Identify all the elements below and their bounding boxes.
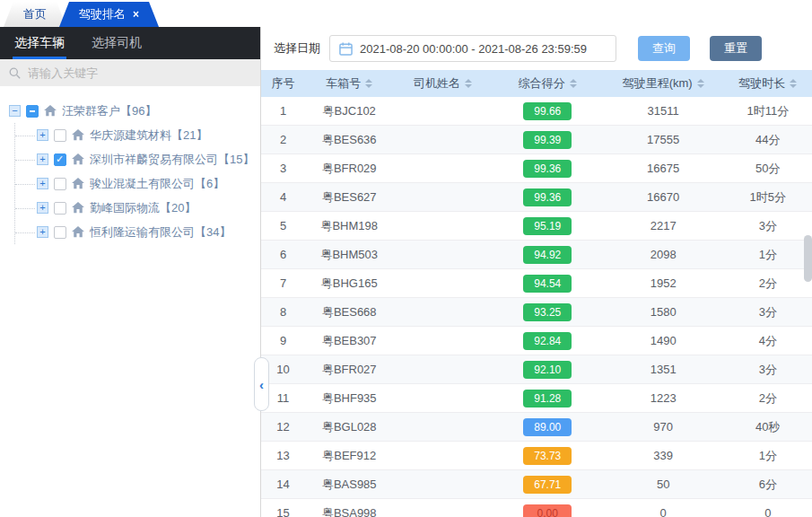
sidebar-tabs: 选择车辆 选择司机 <box>0 27 260 59</box>
cell-score: 92.10 <box>493 361 603 379</box>
expand-toggle-icon[interactable]: + <box>37 178 48 189</box>
vertical-scrollbar-thumb[interactable] <box>804 235 812 282</box>
cell-mileage: 2217 <box>603 219 724 232</box>
cell-plate: 粤BES636 <box>305 132 393 148</box>
table-row: 13 粤BEF912 73.73 339 1分 <box>261 442 812 470</box>
cell-plate: 粤BHM503 <box>305 247 393 263</box>
search-input[interactable] <box>26 66 251 81</box>
column-header[interactable]: 司机姓名 <box>393 75 493 92</box>
column-header[interactable]: 驾驶时长 <box>724 75 812 92</box>
cell-index: 8 <box>261 305 305 319</box>
cell-duration: 2分 <box>724 276 812 292</box>
score-badge: 92.84 <box>523 332 572 350</box>
tab-select-vehicle[interactable]: 选择车辆 <box>13 27 66 59</box>
score-badge: 94.54 <box>523 275 572 293</box>
collapse-toggle-icon[interactable]: − <box>9 105 21 117</box>
table-row: 7 粤BHG165 94.54 1952 2分 <box>261 269 812 298</box>
keyword-search-bar <box>0 59 260 86</box>
cell-index: 14 <box>261 478 305 491</box>
sort-icon[interactable] <box>365 79 372 88</box>
tree-item-label[interactable]: 恒利隆运输有限公司【34】 <box>90 224 231 241</box>
cell-plate: 粤BES668 <box>305 304 393 320</box>
score-badge: 91.28 <box>523 390 572 407</box>
tree-item: + 深圳市祥麟贸易有限公司【15】 <box>15 147 253 171</box>
cell-index: 15 <box>261 506 305 517</box>
cell-index: 7 <box>261 276 305 290</box>
checkbox[interactable] <box>54 226 66 239</box>
score-badge: 94.92 <box>523 246 572 264</box>
checkbox[interactable] <box>54 153 66 166</box>
cell-score: 99.66 <box>493 102 603 120</box>
tree-item: + 华庆源建筑材料【21】 <box>15 123 253 147</box>
sort-icon[interactable] <box>697 79 704 88</box>
checkbox[interactable] <box>54 202 66 215</box>
home-icon <box>44 105 57 117</box>
score-badge: 93.25 <box>523 303 572 321</box>
query-toolbar: 选择日期 2021-08-20 00:00:00 - 2021-08-26 23… <box>261 27 812 70</box>
reset-button[interactable]: 重置 <box>710 36 762 61</box>
expand-toggle-icon[interactable]: + <box>37 153 48 165</box>
column-header[interactable]: 综合得分 <box>493 75 603 92</box>
checkbox[interactable] <box>26 105 39 118</box>
cell-duration: 40秒 <box>724 419 812 435</box>
cell-plate: 粤BHM198 <box>305 218 393 234</box>
cell-duration: 1时5分 <box>724 189 812 206</box>
cell-plate: 粤BAS985 <box>305 477 393 493</box>
query-button[interactable]: 查询 <box>638 36 690 61</box>
column-header[interactable]: 驾驶里程(km) <box>603 75 724 92</box>
cell-plate: 粤BEB307 <box>305 333 393 349</box>
tab-driving-ranking-label: 驾驶排名 <box>79 2 126 27</box>
expand-toggle-icon[interactable]: + <box>37 226 48 238</box>
table-row: 11 粤BHF935 91.28 1223 2分 <box>261 384 812 413</box>
tab-driving-ranking[interactable]: 驾驶排名 × <box>59 2 159 27</box>
window-tab-bar: 首页 驾驶排名 × <box>0 0 812 27</box>
cell-mileage: 1952 <box>603 276 724 290</box>
cell-mileage: 970 <box>603 420 724 434</box>
column-header-label: 序号 <box>272 75 295 92</box>
table-row: 5 粤BHM198 95.19 2217 3分 <box>261 212 812 241</box>
cell-score: 94.92 <box>493 246 603 264</box>
cell-duration: 6分 <box>724 477 812 493</box>
home-icon <box>72 226 84 238</box>
score-badge: 89.00 <box>523 418 572 436</box>
cell-index: 2 <box>261 133 305 146</box>
table-row: 2 粤BES636 99.39 17555 44分 <box>261 126 812 154</box>
sidebar-collapse-handle[interactable]: ‹ <box>254 357 269 411</box>
cell-mileage: 1490 <box>603 334 724 347</box>
tree-root-label[interactable]: 汪荣群客户【96】 <box>62 103 156 119</box>
calendar-icon <box>339 42 353 56</box>
column-header[interactable]: 车箱号 <box>305 75 393 92</box>
cell-index: 5 <box>261 219 305 232</box>
expand-toggle-icon[interactable]: + <box>37 202 48 214</box>
cell-index: 13 <box>261 449 305 462</box>
table-row: 15 粤BSA998 0.00 0 0 <box>261 499 812 517</box>
cell-index: 12 <box>261 420 305 434</box>
sort-icon[interactable] <box>790 79 797 88</box>
table-body: 1 粤BJC102 99.66 31511 1时11分 2 粤BES636 99… <box>261 97 812 517</box>
tree-item-label[interactable]: 勤峰国际物流【20】 <box>90 200 196 216</box>
tree-item-label[interactable]: 骏业混凝土有限公司【6】 <box>90 176 224 192</box>
table-row: 6 粤BHM503 94.92 2098 1分 <box>261 241 812 269</box>
cell-score: 93.25 <box>493 303 603 321</box>
date-range-input[interactable]: 2021-08-20 00:00:00 - 2021-08-26 23:59:5… <box>329 35 616 62</box>
close-icon[interactable]: × <box>133 9 139 20</box>
sort-icon[interactable] <box>570 79 577 88</box>
table-row: 12 粤BGL028 89.00 970 40秒 <box>261 413 812 442</box>
cell-duration: 44分 <box>724 132 812 148</box>
expand-toggle-icon[interactable]: + <box>37 129 48 141</box>
tab-home[interactable]: 首页 <box>4 2 66 27</box>
column-header-label: 车箱号 <box>326 75 361 92</box>
score-badge: 99.66 <box>523 102 572 120</box>
cell-duration: 0 <box>724 506 812 517</box>
cell-score: 99.36 <box>493 160 603 178</box>
cell-mileage: 16675 <box>603 162 724 175</box>
checkbox[interactable] <box>54 178 66 190</box>
home-icon <box>72 129 84 141</box>
checkbox[interactable] <box>54 129 66 142</box>
tree-item-label[interactable]: 华庆源建筑材料【21】 <box>90 127 207 144</box>
cell-score: 89.00 <box>493 418 603 436</box>
tree-item: + 勤峰国际物流【20】 <box>15 196 253 220</box>
tree-item-label[interactable]: 深圳市祥麟贸易有限公司【15】 <box>90 152 254 168</box>
sort-icon[interactable] <box>465 79 472 88</box>
tab-select-driver[interactable]: 选择司机 <box>90 27 144 59</box>
